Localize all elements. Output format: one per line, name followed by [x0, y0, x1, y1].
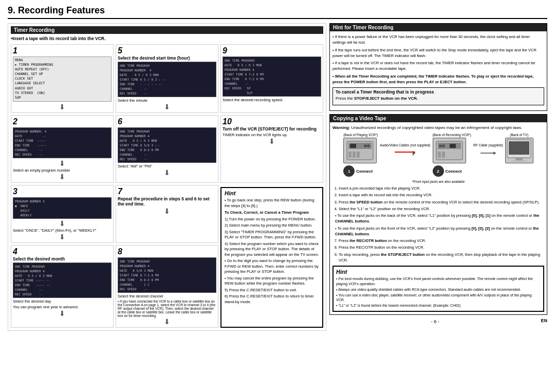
- hint-check-title: To Check, Correct, or Cancel a Timer Pro…: [225, 210, 319, 216]
- step-1-arrow: ⬇: [13, 103, 112, 110]
- hint-step-1: 1) Turn the power on by pressing the POW…: [225, 217, 319, 222]
- playing-vcr-img: [343, 138, 377, 163]
- cancel-box-text: Press the STOP/EJECT button on the VCR.: [336, 96, 541, 102]
- step-3-arrow: ⬇: [13, 220, 112, 227]
- step-4-title: Select the desired month: [13, 256, 112, 262]
- hint-step-2: 2) Select main menu by pressing the MENU…: [225, 223, 319, 229]
- step-6-arrow: ⬇: [118, 169, 216, 176]
- step-5-arrow: ⬇: [118, 103, 216, 110]
- hint-timer-item-4: • When all the Timer Recording are compl…: [332, 73, 544, 85]
- step-6-desc: Select "AM" or "PM": [118, 164, 216, 169]
- step-6: 6 ONE TIME PROGRAM PROGRAM NUMBER 4 DATE…: [116, 115, 218, 183]
- hint-item-1: • To go back one step, press the REW but…: [225, 198, 319, 209]
- step-4-screen: ONE TIME PROGRAM PROGRAM NUMBER 4 DATE 0…: [13, 263, 112, 298]
- hint-bottom-box: Hint • For best results during dubbing, …: [332, 266, 544, 312]
- timer-intro: •Insert a tape with its record tab into …: [11, 36, 323, 41]
- step-10-desc: TIMER indicator on the VCR lights up.: [223, 133, 321, 137]
- copy-step-4a: • To use the input jacks on the back of …: [335, 213, 544, 225]
- step-2-arrow: ⬇: [13, 160, 112, 167]
- footnote: *Front input jacks are also available: [332, 180, 544, 183]
- step-9-desc: Select the desired recording speed.: [223, 98, 321, 102]
- hint-timer-item-1: • If there is a power failure or the VCR…: [332, 34, 544, 46]
- hint-bottom-2: • Always use video-quality shielded cabl…: [336, 287, 541, 292]
- svg-rect-17: [442, 152, 445, 158]
- svg-rect-2: [350, 144, 356, 148]
- step-3-number: 3: [13, 187, 17, 196]
- step-8-number: 8: [118, 247, 122, 256]
- copy-section: Copying a Video Tape Warning: Unauthoriz…: [329, 114, 547, 315]
- cable-icon: [395, 148, 415, 158]
- svg-rect-5: [348, 152, 351, 158]
- hint-bottom-3: • You can use a video disc player, satel…: [336, 293, 541, 303]
- step-7-title: Repeat the procedure in steps 5 and 6 to…: [118, 196, 216, 207]
- rf-label: RF Cable (supplied): [473, 143, 503, 147]
- step-5: 5 Select the desired start time (hour) O…: [116, 44, 218, 113]
- step-9-screen: ONE TIME PROGRAM DATE 0 5 / 0 3 MON PROG…: [223, 57, 321, 97]
- svg-marker-10: [413, 151, 415, 156]
- step-4-desc2: You can program one year in advance.: [13, 305, 112, 309]
- step-5-number: 5: [118, 46, 122, 55]
- copy-header: Copying a Video Tape: [330, 115, 547, 122]
- cable-label: Audio/Video Cables (not supplied): [380, 143, 430, 147]
- copy-step-4b: • To use the input jacks on the front of…: [335, 226, 544, 237]
- step-3: 3 PROGRAM NUMBER 4 ● ONCE DAILY WEEKLY ⬇…: [11, 185, 114, 243]
- step-6-number: 6: [118, 117, 122, 126]
- svg-point-14: [439, 144, 442, 147]
- connect-label-1: Connect: [356, 169, 373, 174]
- page-title: 9. Recording Features: [8, 5, 547, 19]
- cancel-box: To cancel a Timer Recording that is in p…: [332, 87, 544, 105]
- step-2-desc: Select an empty program number: [13, 168, 112, 173]
- hint-bottom-1: • For best results during dubbing, use t…: [336, 276, 541, 287]
- step-1-number: 1: [13, 46, 17, 55]
- step-8-note: • If you have connected the VCR to a cab…: [118, 300, 216, 318]
- step-5-title: Select the desired start time (hour): [118, 55, 216, 61]
- hint-box: Hint • To go back one step, press the RE…: [220, 187, 323, 328]
- connect-1-row: 1 Connect: [343, 165, 378, 177]
- svg-rect-22: [515, 158, 523, 160]
- svg-rect-13: [450, 144, 456, 148]
- step-5-screen: ONE TIME PROGRAM PROGRAM NUMBER 4 DATE 0…: [118, 62, 216, 97]
- tv-block: (Back of TV): [505, 133, 533, 163]
- hint-step-3: 3) Select "TIMER PROGRAMMING" by pressin…: [225, 230, 319, 240]
- copy-step-7: To stop recording, press the STOP/EJECT …: [339, 252, 544, 264]
- tv-img: [505, 138, 533, 163]
- step-2-number: 2: [13, 117, 17, 126]
- connect-label-2: Connect: [446, 169, 462, 174]
- copy-step-3: Press the SPEED button on the remote con…: [339, 199, 544, 205]
- step-10-title: Turn off the VCR (STOP/EJECT) for record…: [223, 126, 321, 132]
- hint-timer-item-2: • If the tape runs out before the end ti…: [332, 47, 544, 59]
- hint-bullet-2: • You may cancel the entire program by p…: [225, 276, 319, 287]
- hint-timer-section: Hint for Timer Recording • If there is a…: [329, 23, 547, 111]
- step-10-number: 10: [223, 117, 232, 126]
- hint-timer-item-3: • If a tape is not in the VCR or does no…: [332, 60, 544, 72]
- hint-bottom-4: • "L1" or "L2" is found before the lowes…: [336, 303, 541, 308]
- step-4: 4 Select the desired month ONE TIME PROG…: [11, 245, 114, 328]
- rf-cable-area: RF Cable (supplied): [473, 133, 503, 158]
- recording-vcr-img: [433, 138, 466, 163]
- step-9: 9 ONE TIME PROGRAM DATE 0 5 / 0 3 MON PR…: [220, 44, 323, 113]
- connect-circle-2: 2: [433, 165, 444, 177]
- step-4-number: 4: [13, 247, 17, 256]
- connect-circle-1: 1: [343, 165, 355, 177]
- step-8: 8 ONE TIME PROGRAM PROGRAM NUMBER 4 DATE…: [116, 245, 218, 328]
- step-5-desc: Select the minute: [118, 98, 216, 103]
- step-8-desc: Select the desired channel: [118, 294, 216, 298]
- step-3-screen: PROGRAM NUMBER 4 ● ONCE DAILY WEEKLY: [13, 197, 112, 219]
- copy-step-2: Insert a tape with its record tab into t…: [339, 192, 544, 198]
- step-3-desc: Select "ONCE", "DAILY" (Mon-Fri), or "WE…: [13, 228, 112, 233]
- copy-step-4: Select the "L1" or "L2" position on the …: [339, 206, 544, 212]
- rf-cable-icon: [480, 148, 496, 158]
- svg-marker-19: [493, 152, 496, 155]
- hint-step-4: 4) Select the program number which you w…: [225, 241, 319, 258]
- step-10: 10 Turn off the VCR (STOP/EJECT) for rec…: [220, 115, 323, 183]
- step-1-screen: MENU ► TIMER PROGRAMMING AUTO REPEAT (OF…: [13, 57, 112, 102]
- connect-num-2: 2: [437, 169, 439, 174]
- back-recording-label: (Back of Recording VCR*): [433, 133, 472, 137]
- step-8-arrow: ⬇: [118, 318, 216, 325]
- cables-area: Audio/Video Cables (not supplied): [380, 133, 430, 158]
- recording-vcr-block: (Back of Recording VCR*): [433, 133, 472, 177]
- copy-steps-list: Insert a pre-recorded tape into the play…: [332, 185, 544, 263]
- copy-warning: Warning: Unauthorized recordings of copy…: [332, 125, 544, 130]
- svg-point-4: [367, 144, 370, 147]
- step-2: 2 PROGRAM NUMBER: 4 DATE -- START TIME -…: [11, 115, 114, 183]
